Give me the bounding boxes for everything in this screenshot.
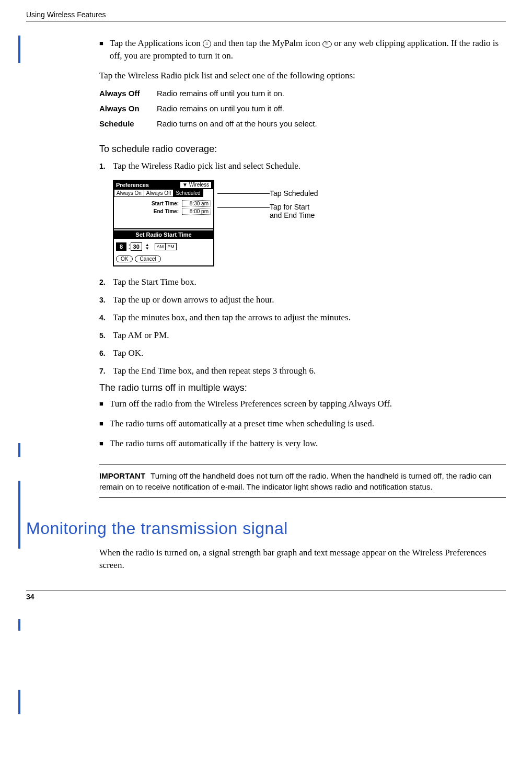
palm-ok-button: OK (116, 256, 133, 262)
callout-times-line2: and End Time (270, 211, 315, 219)
step-number: 1. (99, 160, 113, 172)
bullet-icon: ■ (99, 437, 103, 450)
bullet-text: Turn off the radio from the Wireless Pre… (110, 398, 392, 410)
change-bar (18, 36, 20, 63)
important-note: IMPORTANTTurning off the handheld does n… (99, 465, 506, 498)
bullet-icon: ■ (99, 37, 103, 62)
palm-tab-always-off: Always Off (144, 189, 174, 197)
intro-part1: Tap the Applications icon (110, 38, 203, 48)
palm-tab-always-on: Always On (114, 189, 144, 197)
palm-end-label: End Time: (154, 208, 179, 214)
bullet-icon: ■ (99, 398, 103, 410)
palm-end-value: 8:00 pm (182, 208, 211, 215)
page-number: 34 (26, 593, 34, 601)
change-bar (18, 619, 20, 622)
options-table: Always Off Radio remains off until you t… (99, 89, 506, 128)
def-term: Always Off (99, 89, 157, 98)
palm-arrows-icon: ▲▼ (145, 243, 149, 250)
palm-title: Preferences (116, 182, 149, 188)
palm-screenshot: Preferences ▼ Wireless Always On Always … (113, 180, 214, 266)
palm-minutes: 30 (131, 242, 142, 251)
palm-start-label: Start Time: (152, 201, 179, 206)
picklist-para: Tap the Wireless Radio pick list and sel… (99, 69, 506, 82)
def-term: Schedule (99, 119, 157, 128)
bullet-icon: ■ (99, 417, 103, 430)
step-text: Tap the Start Time box. (113, 276, 196, 288)
palm-am: AM (155, 243, 166, 250)
step-text: Tap AM or PM. (113, 329, 169, 342)
step-number: 2. (99, 276, 113, 288)
step-text: Tap the Wireless Radio pick list and sel… (113, 160, 300, 172)
step-number: 4. (99, 311, 113, 324)
important-text: Turning off the handheld does not turn o… (99, 471, 491, 491)
palm-hour: 8 (116, 242, 126, 251)
bullet-text: The radio turns off automatically at a p… (110, 417, 374, 430)
bullet-text: The radio turns off automatically if the… (110, 437, 318, 450)
palm-picklist: ▼ Wireless (180, 182, 211, 188)
subhead-schedule: To schedule radio coverage: (99, 144, 506, 155)
palm-popup-title: Set Radio Start Time (114, 230, 213, 239)
important-label: IMPORTANT (99, 471, 145, 480)
intro-bullet-text: Tap the Applications icon ⌂ and then tap… (110, 37, 506, 62)
step-text: Tap the up or down arrows to adjust the … (113, 294, 274, 306)
def-term: Always On (99, 104, 157, 113)
step-text: Tap OK. (113, 347, 143, 359)
palm-tab-scheduled: Scheduled (173, 189, 203, 197)
page-footer: 34 (26, 590, 506, 601)
section-heading: Monitoring the transmission signal (26, 519, 506, 538)
step-number: 7. (99, 365, 113, 377)
step-number: 3. (99, 294, 113, 306)
callout-times-line1: Tap for Start (270, 203, 315, 211)
step-text: Tap the End Time box, and then repeat st… (113, 365, 316, 377)
def-desc: Radio remains on until you turn it off. (157, 104, 284, 113)
applications-icon: ⌂ (203, 40, 211, 48)
intro-part2: and then tap the MyPalm icon (213, 38, 322, 48)
palm-cancel-button: Cancel (135, 256, 160, 262)
step-text: Tap the minutes box, and then tap the ar… (113, 311, 351, 324)
def-desc: Radio remains off until you turn it on. (157, 89, 284, 98)
change-bar (18, 443, 20, 457)
palm-pm: PM (165, 243, 177, 250)
subhead-radio-off: The radio turns off in multiple ways: (99, 382, 506, 393)
running-head: Using Wireless Features (26, 10, 106, 19)
section-para: When the radio is turned on, a signal st… (99, 547, 506, 572)
step-number: 5. (99, 329, 113, 342)
palm-start-value: 8:30 am (182, 200, 211, 207)
def-desc: Radio turns on and off at the hours you … (157, 119, 317, 128)
callout-scheduled: Tap Scheduled (270, 189, 318, 198)
mypalm-icon (322, 41, 332, 48)
figure-preferences: Preferences ▼ Wireless Always On Always … (113, 180, 506, 266)
change-bar (18, 481, 20, 549)
step-number: 6. (99, 347, 113, 359)
